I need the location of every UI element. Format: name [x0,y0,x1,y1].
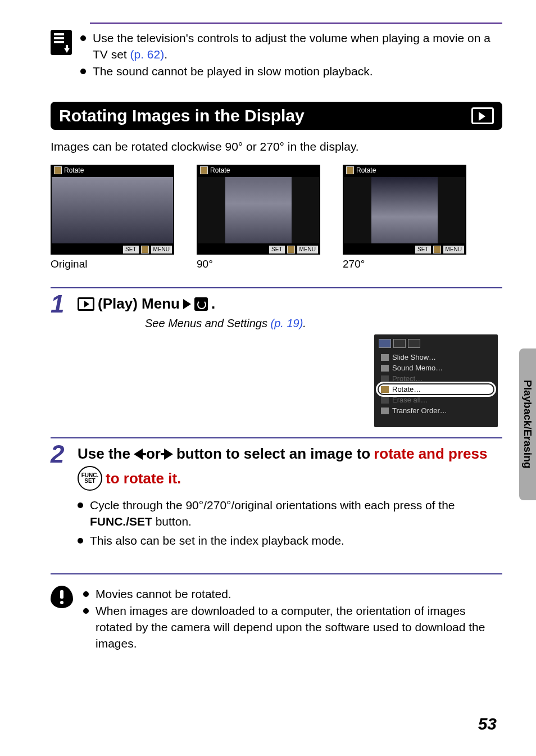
erase-icon [381,397,389,404]
thumbnail-270: Rotate SETMENU [343,165,466,255]
thumb-rotate-label: Rotate [210,166,230,174]
set-tag: SET [415,246,430,253]
bullet-text: button. [152,515,192,528]
transfer-order-icon [381,408,389,414]
menu-tag: MENU [443,246,464,253]
step-1: 1 (Play) Menu . See Menus and Settings (… [51,287,502,437]
menu-item-label: Protect… [392,374,423,383]
thumbnail-image [52,177,173,243]
menu-item-label: Sound Memo… [392,364,443,372]
menu-item: Slide Show… [379,352,493,362]
see-menus-note: See Menus and Settings (p. 19). [145,317,498,330]
func-label-bottom: SET [84,478,95,484]
menu-item-label: Rotate… [392,385,421,393]
triangle-right-icon [183,299,191,309]
rotate-icon [287,246,295,253]
info-note-block: Use the television's controls to adjust … [51,30,502,79]
play-icon [78,297,94,311]
step2-red-text: rotate and press [374,445,487,463]
rotate-icon [141,246,149,253]
thumb-caption: Original [51,258,174,270]
intro-text: Images can be rotated clockwise 90° or 2… [51,140,502,153]
bullet-text: Cycle through the 90°/270°/original orie… [90,499,455,511]
slideshow-icon [381,354,389,361]
rotate-icon [433,246,441,253]
warning-icon [51,586,73,608]
step-number: 2 [51,438,73,562]
menu-tab-setup [408,339,420,348]
thumb-rotate-label: Rotate [64,166,84,174]
step1-heading: (Play) Menu . [78,295,498,313]
see-menus-pre: See Menus and Settings [145,317,270,329]
menu-tag: MENU [297,246,318,253]
note-text: The sound cannot be played in slow motio… [93,65,373,78]
menu-item-label: Slide Show… [392,353,436,361]
menu-tab-play [379,339,391,348]
page-link[interactable]: (p. 62) [130,48,165,61]
rotate-icon [346,166,354,174]
step2-text: Use the [78,445,130,463]
play-menu-screenshot: Slide Show… Sound Memo… Protect… Rotate…… [374,334,498,427]
thumbnail-original: Rotate SETMENU [51,165,174,255]
see-menus-post: . [303,317,306,329]
thumb-rotate-label: Rotate [356,166,376,174]
step1-head-text: (Play) Menu [98,295,180,313]
func-set-button-icon: FUNC.SET [78,466,102,491]
protect-icon [381,375,389,382]
note-item: The sound cannot be played in slow motio… [80,63,502,79]
thumbnail-90: Rotate SETMENU [197,165,320,255]
warning-item: Movies cannot be rotated. [83,586,502,602]
rotate-icon [54,166,62,174]
menu-item-label: Transfer Order… [392,406,447,415]
menu-item: Protect… [379,374,493,383]
menu-item: Transfer Order… [379,406,493,415]
set-tag: SET [269,246,284,253]
rotate-icon [200,166,208,174]
side-tab-label: Playback/Erasing [521,380,534,468]
bullet-bold: FUNC./SET [90,515,152,528]
page-number: 53 [478,714,497,734]
step2-text: button to select an image to [176,445,370,463]
warning-item: When images are downloaded to a computer… [83,603,502,652]
thumbnail-image [198,177,319,243]
page-link[interactable]: (p. 19) [270,317,303,329]
note-text-post: . [164,48,167,61]
thumbnail-row: Rotate SETMENU Original Rotate SETMENU 9… [51,165,502,270]
top-rule [90,22,502,24]
arrow-left-icon [134,449,143,460]
step-2: 2 Use the or button to select an image t… [51,437,502,562]
menu-tag: MENU [151,246,172,253]
arrow-right-icon [164,449,173,460]
menu-item-selected: Rotate… [379,384,493,394]
set-tag: SET [123,246,138,253]
menu-item: Sound Memo… [379,363,493,373]
thumb-caption: 90° [197,258,320,270]
step1-head-post: . [211,295,215,313]
menu-item: Erase all… [379,395,493,405]
bullet-text: This also can be set in the index playba… [90,534,344,547]
menu-item-label: Erase all… [392,396,428,404]
sound-memo-icon [381,365,389,372]
thumbnail-image [344,177,465,243]
step2-bullet: This also can be set in the index playba… [78,533,498,549]
playback-mode-icon [471,107,494,124]
step2-red-text: to rotate it. [106,470,181,487]
rotate-icon [381,386,389,393]
info-note-icon [51,30,72,55]
step2-bullet: Cycle through the 90°/270°/original orie… [78,497,498,529]
section-side-tab: Playback/Erasing [519,348,536,500]
step2-text: or [146,445,161,463]
note-item: Use the television's controls to adjust … [80,30,502,63]
section-header: Rotating Images in the Display [51,102,502,130]
thumb-caption: 270° [343,258,466,270]
warning-block: Movies cannot be rotated. When images ar… [51,573,502,652]
step2-heading: Use the or button to select an image to … [78,445,498,491]
section-title: Rotating Images in the Display [59,106,471,125]
rotate-menu-icon [194,297,208,311]
step-number: 1 [51,288,73,437]
menu-tab-print [393,339,406,348]
